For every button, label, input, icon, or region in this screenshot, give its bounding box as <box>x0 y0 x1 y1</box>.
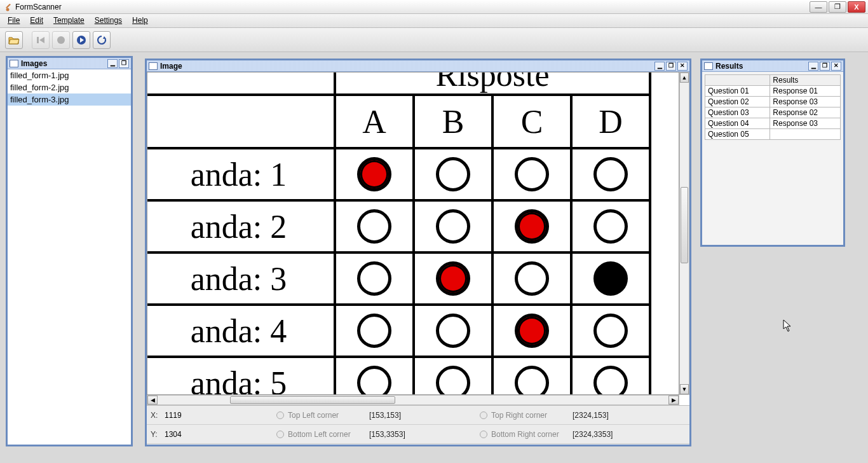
results-column-header <box>705 75 770 86</box>
panel-minimize-button[interactable]: ▁ <box>654 62 665 71</box>
panel-icon <box>149 62 158 70</box>
svg-point-3 <box>57 36 65 44</box>
images-list-item[interactable]: filled_form-1.jpg <box>8 69 131 81</box>
images-panel-caption[interactable]: Images ▁ ❐ <box>8 58 131 69</box>
panel-minimize-button[interactable]: ▁ <box>808 62 818 71</box>
svg-point-0 <box>6 8 10 11</box>
bubble <box>357 314 391 348</box>
bubble <box>357 157 391 191</box>
results-response-cell: Response 03 <box>770 118 841 129</box>
coord-y-value: 1304 <box>162 430 264 439</box>
bubble-cell <box>492 252 571 305</box>
menu-edit[interactable]: Edit <box>25 14 48 27</box>
results-response-cell: Response 01 <box>770 86 841 97</box>
results-row[interactable]: Question 01Response 01 <box>705 86 841 97</box>
menu-file[interactable]: File <box>3 14 25 27</box>
coord-x-value: 1119 <box>162 411 264 420</box>
scroll-thumb[interactable] <box>681 187 688 263</box>
results-row[interactable]: Question 04Response 03 <box>705 118 841 129</box>
results-response-cell: Response 02 <box>770 107 841 118</box>
bubble <box>593 209 628 244</box>
mouse-cursor-icon <box>783 319 792 332</box>
toolbar-next-button[interactable] <box>72 31 90 49</box>
results-row[interactable]: Question 03Response 02 <box>705 107 841 118</box>
bubble-cell <box>571 148 650 200</box>
panel-minimize-button[interactable]: ▁ <box>107 59 118 68</box>
panel-icon <box>10 60 18 67</box>
bottom-left-corner-radio[interactable]: Bottom Left corner <box>264 430 365 439</box>
bottom-left-corner-value: [153,3353] <box>365 430 467 439</box>
results-row[interactable]: Question 02Response 03 <box>705 97 841 107</box>
panel-close-button[interactable]: ✕ <box>831 62 841 71</box>
column-header: A <box>335 95 414 148</box>
panel-close-button[interactable]: ✕ <box>677 62 688 71</box>
bottom-right-corner-value: [2324,3353] <box>569 430 670 439</box>
question-label: anda: 5 <box>147 357 335 395</box>
coord-x-label: X: <box>147 411 162 420</box>
images-list-item[interactable]: filled_form-2.jpg <box>8 81 131 93</box>
results-response-cell <box>770 129 841 140</box>
question-label: anda: 2 <box>147 200 335 252</box>
images-list: filled_form-1.jpgfilled_form-2.jpgfilled… <box>8 69 131 445</box>
panel-maximize-button[interactable]: ❐ <box>119 59 129 68</box>
bubble-cell <box>414 357 492 395</box>
window-title: FormScanner <box>15 3 62 11</box>
window-maximize-button[interactable]: ❐ <box>829 1 846 13</box>
menu-template[interactable]: Template <box>48 14 90 27</box>
bubble <box>436 157 470 191</box>
results-panel-caption[interactable]: Results ▁ ❐ ✕ <box>702 60 843 72</box>
form-title: Risposte <box>335 72 650 95</box>
bubble <box>515 314 549 348</box>
images-panel-title: Images <box>21 59 47 68</box>
bubble-cell <box>492 357 571 395</box>
bubble-cell <box>335 357 414 395</box>
bubble-cell <box>414 200 492 252</box>
mdi-desktop: Images ▁ ❐ filled_form-1.jpgfilled_form-… <box>0 52 868 463</box>
top-right-corner-radio[interactable]: Top Right corner <box>467 411 569 420</box>
window-close-button[interactable]: X <box>848 1 865 13</box>
panel-maximize-button[interactable]: ❐ <box>666 62 676 71</box>
bubble-cell <box>414 305 492 357</box>
bubble-cell <box>571 200 650 252</box>
bubble <box>357 209 391 244</box>
corner-coordinates-bar: X: 1119 Top Left corner [153,153] Top Ri… <box>147 405 689 445</box>
scroll-down-arrow[interactable]: ▼ <box>680 384 689 394</box>
scroll-left-arrow[interactable]: ◀ <box>147 396 158 404</box>
menu-help[interactable]: Help <box>127 14 153 27</box>
scroll-up-arrow[interactable]: ▲ <box>680 73 689 83</box>
toolbar-prev-button <box>52 31 70 49</box>
bubble-cell <box>335 305 414 357</box>
horizontal-scrollbar[interactable]: ◀ ▶ <box>147 395 679 405</box>
bubble-cell <box>335 148 414 200</box>
question-label: anda: 3 <box>147 252 335 305</box>
bubble <box>436 314 470 348</box>
scroll-right-arrow[interactable]: ▶ <box>668 396 679 404</box>
vertical-scrollbar[interactable]: ▲ ▼ <box>679 72 689 395</box>
results-column-header: Results <box>770 75 841 86</box>
toolbar-open-button[interactable] <box>5 31 23 49</box>
results-question-cell: Question 04 <box>705 118 770 129</box>
bubble <box>357 366 391 395</box>
column-header: C <box>492 95 571 148</box>
menu-settings[interactable]: Settings <box>90 14 127 27</box>
bubble-cell <box>571 357 650 395</box>
results-panel-title: Results <box>715 62 743 71</box>
window-minimize-button[interactable]: — <box>810 1 827 13</box>
toolbar <box>0 28 868 52</box>
images-list-item[interactable]: filled_form-3.jpg <box>8 93 131 106</box>
results-panel: Results ▁ ❐ ✕ ResultsQuestion 01Response… <box>700 59 845 247</box>
top-left-corner-radio[interactable]: Top Left corner <box>264 411 365 420</box>
bubble-cell <box>492 305 571 357</box>
results-row[interactable]: Question 05 <box>705 129 841 140</box>
scroll-thumb[interactable] <box>230 396 395 404</box>
bottom-right-corner-radio[interactable]: Bottom Right corner <box>467 430 569 439</box>
bubble <box>593 261 628 296</box>
panel-maximize-button[interactable]: ❐ <box>820 62 830 71</box>
menubar: File Edit Template Settings Help <box>0 14 868 28</box>
question-label: anda: 4 <box>147 305 335 357</box>
column-header: D <box>571 95 650 148</box>
toolbar-refresh-button[interactable] <box>93 31 111 49</box>
image-viewport[interactable]: RisposteABCDanda: 1anda: 2anda: 3anda: 4… <box>147 72 679 395</box>
bubble-cell <box>335 252 414 305</box>
image-panel-caption[interactable]: Image ▁ ❐ ✕ <box>147 60 689 72</box>
